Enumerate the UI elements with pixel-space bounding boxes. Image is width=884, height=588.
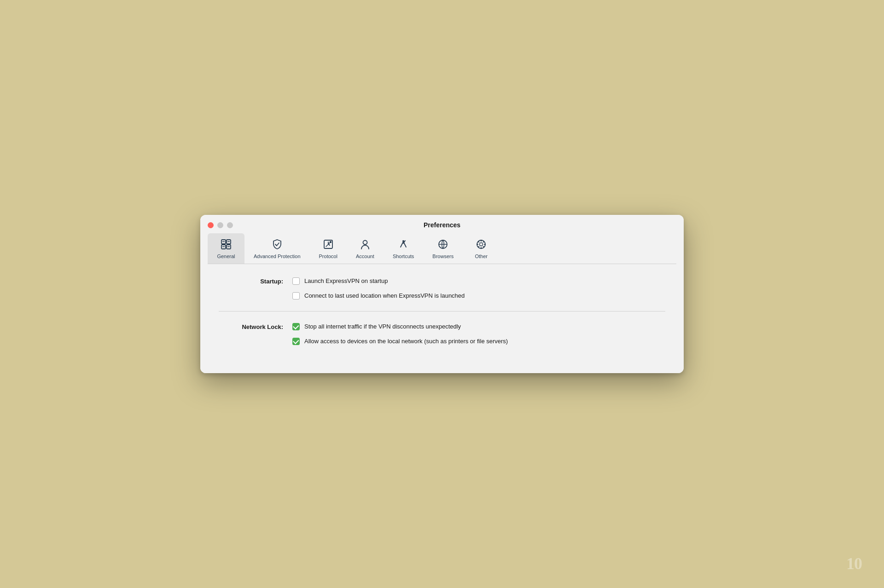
- svg-point-11: [363, 240, 367, 244]
- tab-advanced-protection-label: Advanced Protection: [254, 254, 301, 259]
- minimize-button[interactable]: [217, 222, 223, 228]
- allow-local-text: Allow access to devices on the local net…: [304, 337, 508, 346]
- network-lock-section: Network Lock: Stop all internet traffic …: [219, 323, 665, 346]
- browsers-icon: [436, 237, 450, 252]
- svg-point-10: [330, 241, 331, 242]
- svg-line-23: [483, 242, 484, 242]
- startup-checkbox-row-2: Connect to last used location when Expre…: [292, 292, 465, 300]
- network-lock-label: Network Lock:: [219, 323, 292, 330]
- general-icon: [219, 237, 233, 252]
- advanced-protection-icon: [270, 237, 285, 252]
- allow-local-checkbox[interactable]: [292, 338, 300, 345]
- tab-other[interactable]: Other: [463, 233, 500, 264]
- section-divider: [219, 311, 665, 311]
- svg-point-16: [480, 242, 483, 246]
- other-icon: [474, 237, 489, 252]
- tab-account-label: Account: [356, 254, 374, 259]
- content-area: Startup: Launch ExpressVPN on startup Co…: [200, 264, 684, 374]
- launch-startup-checkbox[interactable]: [292, 277, 300, 285]
- protocol-icon: [321, 237, 336, 252]
- maximize-button[interactable]: [227, 222, 233, 228]
- titlebar: Preferences: [200, 215, 684, 264]
- tab-shortcuts-label: Shortcuts: [393, 254, 414, 259]
- shortcuts-icon: [396, 237, 411, 252]
- startup-label: Startup:: [219, 277, 292, 285]
- launch-startup-text: Launch ExpressVPN on startup: [304, 277, 388, 285]
- watermark: 10: [846, 554, 862, 573]
- window-title: Preferences: [424, 221, 460, 229]
- tab-account[interactable]: Account: [347, 233, 384, 264]
- tab-general-label: General: [217, 254, 235, 259]
- tab-protocol-label: Protocol: [319, 254, 337, 259]
- tab-browsers-label: Browsers: [432, 254, 454, 259]
- tab-general[interactable]: General: [208, 233, 244, 264]
- tab-protocol[interactable]: Protocol: [310, 233, 347, 264]
- preferences-window: Preferences: [200, 215, 684, 374]
- stop-traffic-text: Stop all internet traffic if the VPN dis…: [304, 323, 461, 331]
- network-lock-checkboxes: Stop all internet traffic if the VPN dis…: [292, 323, 508, 346]
- svg-line-22: [483, 246, 484, 247]
- network-lock-checkbox-row-2: Allow access to devices on the local net…: [292, 337, 508, 346]
- close-button[interactable]: [208, 222, 214, 228]
- traffic-lights: [208, 222, 233, 228]
- account-icon: [358, 237, 372, 252]
- connect-last-text: Connect to last used location when Expre…: [304, 292, 465, 300]
- tab-toolbar: General Advanced Protection: [208, 233, 676, 264]
- tab-advanced-protection[interactable]: Advanced Protection: [244, 233, 310, 264]
- startup-checkboxes: Launch ExpressVPN on startup Connect to …: [292, 277, 465, 300]
- tab-shortcuts[interactable]: Shortcuts: [384, 233, 423, 264]
- tab-browsers[interactable]: Browsers: [423, 233, 463, 264]
- svg-line-21: [478, 242, 479, 242]
- startup-checkbox-row-1: Launch ExpressVPN on startup: [292, 277, 465, 285]
- connect-last-checkbox[interactable]: [292, 292, 300, 300]
- startup-row: Startup: Launch ExpressVPN on startup Co…: [219, 277, 665, 300]
- svg-line-24: [478, 246, 479, 247]
- stop-traffic-checkbox[interactable]: [292, 323, 300, 330]
- tab-other-label: Other: [475, 254, 488, 259]
- startup-section: Startup: Launch ExpressVPN on startup Co…: [219, 277, 665, 300]
- network-lock-row: Network Lock: Stop all internet traffic …: [219, 323, 665, 346]
- network-lock-checkbox-row-1: Stop all internet traffic if the VPN dis…: [292, 323, 508, 331]
